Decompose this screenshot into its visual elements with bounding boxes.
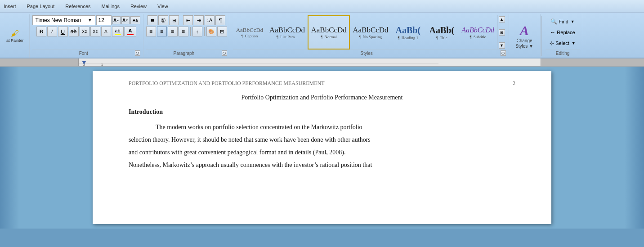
strikethrough-btn[interactable]: ab: [69, 27, 79, 36]
numbered-list-btn[interactable]: ⑤: [158, 15, 168, 25]
align-center-btn[interactable]: ≡: [157, 27, 167, 36]
format-painter-btn[interactable]: 🖌 at Painter: [4, 28, 27, 44]
italic-btn[interactable]: I: [47, 27, 57, 36]
align-right-btn[interactable]: ≡: [168, 27, 178, 36]
font-expand-btn[interactable]: ⬡: [135, 50, 140, 56]
font-size-input[interactable]: 12: [96, 15, 112, 25]
bullets-btn[interactable]: ≡: [148, 15, 157, 25]
replace-btn[interactable]: ↔ Replace: [547, 27, 577, 37]
ruler-right-margin: [541, 58, 644, 66]
doc-section-heading[interactable]: Introduction: [129, 108, 515, 116]
change-styles-label: ChangeStyles ▼: [515, 38, 533, 49]
font-color-btn[interactable]: A: [125, 27, 136, 36]
tab-insert[interactable]: Insert: [2, 3, 18, 10]
styles-expand-all-btn[interactable]: ⊞: [499, 29, 505, 36]
borders-btn[interactable]: ⊞: [217, 27, 227, 36]
change-styles-btn[interactable]: A ChangeStyles ▼: [513, 15, 536, 57]
document-page: PORTFOLIO OPTIMIZATION AND PORTFOLIO PER…: [93, 71, 551, 224]
multilevel-list-btn[interactable]: ⊟: [169, 15, 179, 25]
text-effects-btn[interactable]: A: [101, 27, 111, 36]
tab-references[interactable]: References: [63, 3, 92, 10]
tab-page-layout[interactable]: Page Layout: [25, 3, 57, 10]
decrease-indent-btn[interactable]: ⇤: [183, 15, 193, 25]
ruler: 2 1 ▼: [79, 58, 541, 66]
find-btn[interactable]: 🔍 Find ▼: [548, 17, 577, 27]
format-painter-label: at Painter: [6, 38, 24, 43]
styles-group-label: Styles: [233, 49, 501, 57]
bold-btn[interactable]: B: [36, 27, 46, 36]
font-group-label: [4, 56, 27, 58]
line-spacing-btn[interactable]: ↕: [192, 27, 202, 36]
increase-indent-btn[interactable]: ⇥: [194, 15, 204, 25]
select-btn[interactable]: ⊹ Select ▼: [547, 38, 578, 48]
paragraph-group-label: Paragraph: [146, 49, 222, 57]
clear-format-btn[interactable]: Aa: [130, 16, 140, 24]
font-group-label: Font: [32, 49, 135, 57]
doc-header-text: PORTFOLIO OPTIMIZATION AND PORTFOLIO PER…: [129, 80, 325, 87]
doc-paragraph-line3[interactable]: and contributors with great convenient p…: [129, 146, 515, 159]
justify-btn[interactable]: ≡: [179, 27, 188, 36]
style-item-nospacing[interactable]: AaBbCcDd¶No Spacing: [350, 15, 391, 49]
paint-brush-icon: 🖌: [11, 29, 19, 38]
doc-paragraph[interactable]: The modern works on portfolio selection …: [129, 121, 515, 134]
font-size-increase-btn[interactable]: A▲: [112, 16, 121, 24]
underline-btn[interactable]: U: [58, 27, 68, 36]
editing-group-label: Editing: [546, 49, 580, 57]
styles-scroll-down-btn[interactable]: ▼: [499, 42, 505, 49]
styles-scroll-up-btn[interactable]: ▲: [499, 16, 505, 22]
styles-expand-btn[interactable]: ⬡: [501, 50, 506, 56]
change-styles-icon: A: [520, 23, 529, 38]
text-highlight-btn[interactable]: ab: [112, 27, 124, 36]
style-item-title[interactable]: AaBb(¶Title: [425, 15, 459, 49]
replace-icon: ↔: [550, 29, 555, 36]
style-item-heading1[interactable]: AaBb(¶Heading 1: [391, 15, 425, 49]
doc-page-number: 2: [513, 80, 515, 87]
paragraph-expand-btn[interactable]: ⬡: [222, 50, 227, 56]
style-item-caption[interactable]: AaBbCcDd¶Caption: [233, 15, 267, 49]
doc-paragraph-line2[interactable]: selection theory. However, it should be …: [129, 134, 515, 146]
align-left-btn[interactable]: ≡: [146, 27, 156, 36]
style-item-listpara[interactable]: AaBbCcDd¶List Para...: [267, 15, 308, 49]
tab-mailings[interactable]: Mailings: [100, 3, 121, 10]
cursor-icon: ⊹: [550, 40, 554, 46]
doc-header: PORTFOLIO OPTIMIZATION AND PORTFOLIO PER…: [129, 80, 515, 87]
tab-view[interactable]: View: [156, 3, 170, 10]
ruler-left-margin: [0, 58, 79, 66]
subscript-btn[interactable]: X2: [80, 27, 89, 36]
tab-review[interactable]: Review: [129, 3, 148, 10]
style-item-normal[interactable]: AaBbCcDd¶Normal: [308, 15, 350, 49]
show-marks-btn[interactable]: ¶: [215, 15, 225, 25]
style-item-subtitle[interactable]: AaBbCcDd¶Subtitle: [459, 15, 497, 49]
shading-btn[interactable]: 🎨: [206, 27, 216, 36]
doc-title[interactable]: Portfolio Optimization and Portfolio Per…: [129, 94, 515, 101]
superscript-btn[interactable]: X2: [90, 27, 100, 36]
binoculars-icon: 🔍: [550, 18, 557, 25]
sort-btn[interactable]: ↕A: [205, 15, 215, 25]
font-size-decrease-btn[interactable]: A▼: [121, 16, 130, 24]
doc-paragraph-line4[interactable]: Nonetheless, Markowitz’s approach usuall…: [129, 159, 515, 171]
font-name-input[interactable]: Times New Roman ▼: [32, 15, 95, 25]
